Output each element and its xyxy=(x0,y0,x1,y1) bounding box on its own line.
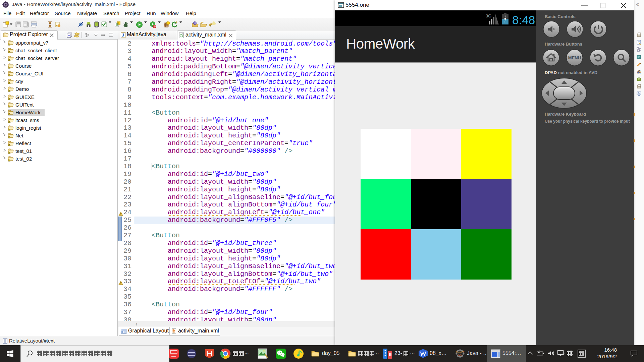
svg-text:J: J xyxy=(122,33,124,38)
svg-text:Java EE: Java EE xyxy=(455,351,464,353)
svg-text:MENU: MENU xyxy=(568,55,581,60)
svg-text:@: @ xyxy=(637,69,641,74)
svg-text:IDE: IDE xyxy=(458,354,462,356)
